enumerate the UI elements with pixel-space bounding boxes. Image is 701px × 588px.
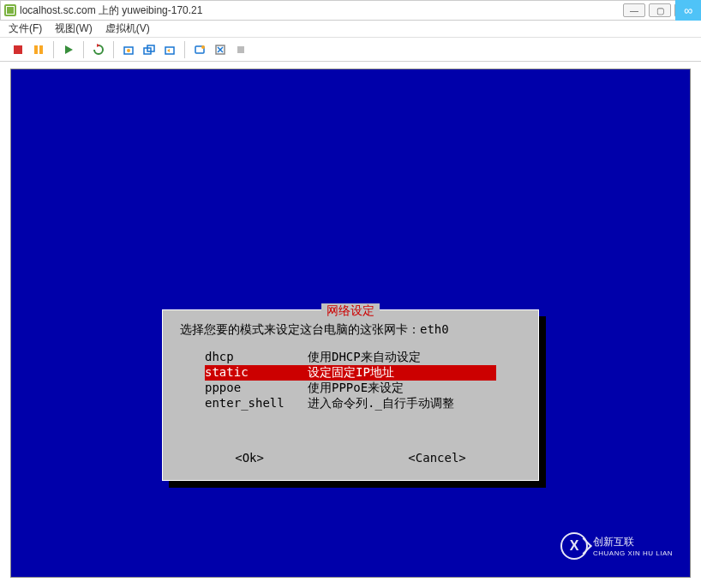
dialog-options: dhcp 使用DHCP来自动设定 static 设定固定IP地址 pppoe 使…	[205, 350, 496, 411]
svg-rect-0	[14, 45, 22, 54]
titlebar-left: localhost.sc.com 上的 yuweibing-170.21	[4, 3, 202, 18]
fullscreen-button[interactable]	[211, 40, 230, 59]
svg-point-11	[201, 45, 205, 49]
watermark-text: 创新互联 CHUANG XIN HU LIAN	[593, 535, 673, 557]
option-key: dhcp	[205, 350, 308, 365]
window-titlebar: localhost.sc.com 上的 yuweibing-170.21 — ▢…	[0, 0, 701, 21]
play-button[interactable]	[59, 40, 78, 59]
option-key: pppoe	[205, 381, 308, 396]
option-desc: 设定固定IP地址	[308, 365, 394, 381]
svg-marker-3	[65, 45, 73, 54]
window-title: localhost.sc.com 上的 yuweibing-170.21	[20, 3, 202, 18]
option-pppoe[interactable]: pppoe 使用PPPoE来设定	[205, 381, 496, 396]
dialog-prompt: 选择您要的模式来设定这台电脑的这张网卡：eth0	[180, 322, 538, 338]
ok-button[interactable]: <Ok>	[235, 451, 264, 465]
option-key: static	[205, 365, 308, 381]
menubar: 文件(F) 视图(W) 虚拟机(V)	[0, 21, 701, 38]
option-enter-shell[interactable]: enter_shell 进入命令列._自行手动调整	[205, 396, 496, 411]
dialog-wrap: 网络设定 选择您要的模式来设定这台电脑的这张网卡：eth0 dhcp 使用DHC…	[162, 309, 539, 481]
send-cad-button[interactable]	[190, 40, 209, 59]
toolbar-separator	[53, 41, 54, 58]
menu-file[interactable]: 文件(F)	[9, 21, 42, 36]
pause-button[interactable]	[29, 40, 48, 59]
dialog-title: 网络设定	[321, 303, 380, 319]
option-static[interactable]: static 设定固定IP地址	[205, 365, 496, 381]
svg-rect-1	[34, 45, 38, 54]
vm-console[interactable]: 网络设定 选择您要的模式来设定这台电脑的这张网卡：eth0 dhcp 使用DHC…	[10, 69, 691, 578]
option-desc: 使用PPPoE来设定	[308, 381, 404, 396]
option-dhcp[interactable]: dhcp 使用DHCP来自动设定	[205, 350, 496, 365]
svg-marker-4	[97, 44, 100, 47]
toolbar	[0, 38, 701, 62]
maximize-button[interactable]: ▢	[649, 3, 671, 17]
watermark-name: 创新互联	[593, 535, 673, 549]
dialog-buttons: <Ok> <Cancel>	[163, 451, 538, 465]
restart-button[interactable]	[89, 40, 108, 59]
unity-button[interactable]	[231, 40, 250, 59]
watermark-logo-icon: X	[560, 532, 588, 560]
watermark-sub: CHUANG XIN HU LIAN	[593, 549, 673, 557]
snapshot-button[interactable]	[119, 40, 138, 59]
revert-snapshot-button[interactable]	[160, 40, 179, 59]
toolbar-separator	[184, 41, 185, 58]
watermark: X 创新互联 CHUANG XIN HU LIAN	[560, 532, 673, 560]
svg-rect-13	[237, 46, 244, 53]
svg-point-6	[127, 49, 130, 52]
menu-vm[interactable]: 虚拟机(V)	[105, 21, 150, 36]
cancel-button[interactable]: <Cancel>	[408, 451, 465, 465]
power-off-button[interactable]	[9, 40, 27, 59]
vmware-icon	[4, 4, 16, 16]
toolbar-separator	[113, 41, 114, 58]
toolbar-separator	[83, 41, 84, 58]
option-desc: 使用DHCP来自动设定	[308, 350, 421, 365]
svg-rect-2	[39, 45, 43, 54]
snapshot-manager-button[interactable]	[140, 40, 159, 59]
option-desc: 进入命令列._自行手动调整	[308, 396, 454, 411]
minimize-button[interactable]: —	[623, 3, 645, 17]
cloud-sync-icon[interactable]: ∞	[675, 0, 701, 21]
network-settings-dialog: 网络设定 选择您要的模式来设定这台电脑的这张网卡：eth0 dhcp 使用DHC…	[162, 309, 539, 481]
menu-view[interactable]: 视图(W)	[55, 21, 92, 36]
option-key: enter_shell	[205, 396, 308, 411]
